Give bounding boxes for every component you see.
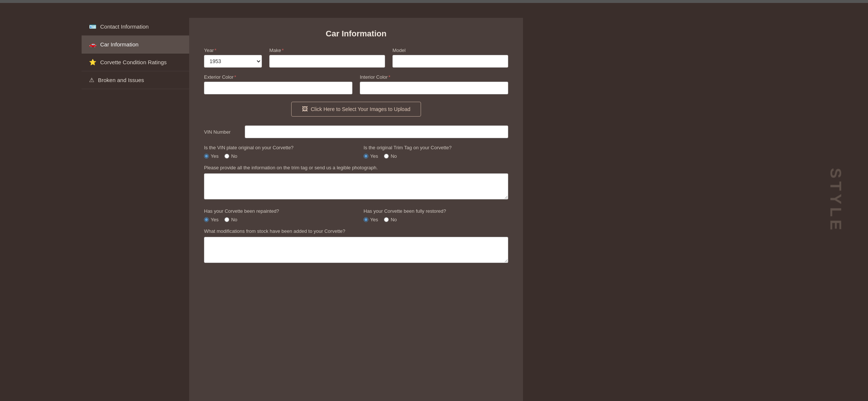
year-make-model-row: Year* 1953 1954 1955 1956 1957 1958 1959… <box>204 48 508 68</box>
exterior-color-group: Exterior Color* <box>204 74 352 94</box>
trim-tag-label: Is the original Trim Tag on your Corvett… <box>364 145 508 150</box>
sidebar-item-corvette-condition-ratings[interactable]: ⭐ Corvette Condition Ratings <box>82 53 189 71</box>
model-group: Model <box>392 48 508 68</box>
vin-plate-no[interactable]: No <box>224 153 237 159</box>
repainted-no[interactable]: No <box>224 217 237 222</box>
repaint-restored-section: Has your Corvette been repainted? Yes No… <box>204 208 508 222</box>
model-label: Model <box>392 48 508 53</box>
vin-plate-no-radio[interactable] <box>224 154 229 159</box>
trim-tag-info-label: Please provide all the information on th… <box>204 165 508 170</box>
top-bar <box>0 0 868 3</box>
trim-tag-no-label: No <box>391 153 397 159</box>
trim-tag-no[interactable]: No <box>384 153 397 159</box>
sidebar: 🪪 Contact Information 🚗 Car Information … <box>82 18 189 401</box>
color-row: Exterior Color* Interior Color* <box>204 74 508 94</box>
exterior-color-label: Exterior Color* <box>204 74 352 80</box>
restored-no-label: No <box>391 217 397 222</box>
vin-number-input[interactable] <box>245 125 508 138</box>
vin-plate-label: Is the VIN plate original on your Corvet… <box>204 145 349 150</box>
vin-plate-yes-label: Yes <box>211 153 218 159</box>
contact-icon: 🪪 <box>89 23 96 30</box>
sidebar-item-label: Contact Information <box>100 23 149 30</box>
vin-plate-options: Yes No <box>204 153 349 159</box>
trim-tag-group: Is the original Trim Tag on your Corvett… <box>364 145 508 159</box>
trim-tag-options: Yes No <box>364 153 508 159</box>
restored-group: Has your Corvette been fully restored? Y… <box>364 208 508 222</box>
repainted-options: Yes No <box>204 217 349 222</box>
content-panel: Car Information Year* 1953 1954 1955 195… <box>189 18 523 401</box>
vin-plate-group: Is the VIN plate original on your Corvet… <box>204 145 349 159</box>
repainted-no-label: No <box>231 217 237 222</box>
exterior-color-input[interactable] <box>204 82 352 94</box>
interior-color-label: Interior Color* <box>360 74 508 80</box>
vin-label: VIN Number <box>204 129 237 135</box>
restored-yes[interactable]: Yes <box>364 217 378 222</box>
restored-yes-label: Yes <box>370 217 378 222</box>
trim-tag-yes-radio[interactable] <box>364 154 368 159</box>
repainted-yes-label: Yes <box>211 217 218 222</box>
modifications-textarea[interactable] <box>204 237 508 263</box>
star-icon: ⭐ <box>89 59 96 66</box>
sidebar-item-label: Broken and Issues <box>98 77 144 83</box>
sidebar-item-label: Car Information <box>100 41 138 48</box>
year-label: Year* <box>204 48 262 53</box>
modifications-label: What modifications from stock have been … <box>204 228 508 234</box>
warning-icon: ⚠ <box>89 76 94 84</box>
interior-color-group: Interior Color* <box>360 74 508 94</box>
sidebar-item-contact-information[interactable]: 🪪 Contact Information <box>82 18 189 36</box>
restored-options: Yes No <box>364 217 508 222</box>
page-title: Car Information <box>204 29 508 39</box>
vin-trim-radio-section: Is the VIN plate original on your Corvet… <box>204 145 508 159</box>
trim-tag-no-radio[interactable] <box>384 154 389 159</box>
repainted-label: Has your Corvette been repainted? <box>204 208 349 214</box>
interior-color-input[interactable] <box>360 82 508 94</box>
restored-no[interactable]: No <box>384 217 397 222</box>
car-icon: 🚗 <box>89 41 96 48</box>
trim-tag-yes[interactable]: Yes <box>364 153 378 159</box>
sidebar-item-car-information[interactable]: 🚗 Car Information <box>82 36 189 53</box>
repainted-group: Has your Corvette been repainted? Yes No <box>204 208 349 222</box>
restored-yes-radio[interactable] <box>364 217 368 222</box>
repainted-yes[interactable]: Yes <box>204 217 218 222</box>
vin-row: VIN Number <box>204 125 508 138</box>
upload-btn-container: 🖼 Click Here to Select Your Images to Up… <box>204 102 508 117</box>
vin-plate-no-label: No <box>231 153 237 159</box>
model-input[interactable] <box>392 55 508 68</box>
vin-plate-yes[interactable]: Yes <box>204 153 218 159</box>
upload-icon: 🖼 <box>302 106 308 113</box>
sidebar-item-broken-and-issues[interactable]: ⚠ Broken and Issues <box>82 71 189 89</box>
vin-plate-yes-radio[interactable] <box>204 154 209 159</box>
restored-label: Has your Corvette been fully restored? <box>364 208 508 214</box>
restored-no-radio[interactable] <box>384 217 389 222</box>
repainted-no-radio[interactable] <box>224 217 229 222</box>
repainted-yes-radio[interactable] <box>204 217 209 222</box>
make-input[interactable] <box>269 55 385 68</box>
year-select[interactable]: 1953 1954 1955 1956 1957 1958 1959 1960 … <box>204 55 262 68</box>
trim-tag-yes-label: Yes <box>370 153 378 159</box>
upload-button-label: Click Here to Select Your Images to Uplo… <box>311 106 410 112</box>
sidebar-item-label: Corvette Condition Ratings <box>100 59 167 65</box>
make-label: Make* <box>269 48 385 53</box>
make-group: Make* <box>269 48 385 68</box>
year-group: Year* 1953 1954 1955 1956 1957 1958 1959… <box>204 48 262 68</box>
trim-tag-textarea[interactable] <box>204 173 508 199</box>
upload-images-button[interactable]: 🖼 Click Here to Select Your Images to Up… <box>291 102 421 117</box>
